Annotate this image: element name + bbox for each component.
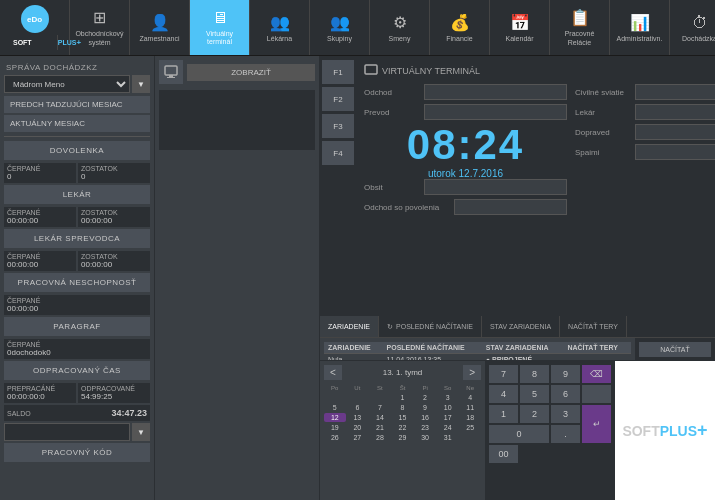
cal-day-2[interactable]: 2: [414, 393, 436, 402]
f1-key[interactable]: F1: [322, 60, 354, 84]
cal-day-empty-2[interactable]: [347, 393, 369, 402]
pracovnost-btn[interactable]: PRACOVNÁ NESCHOPNOSŤ: [4, 273, 150, 292]
obsit-input[interactable]: [424, 179, 567, 195]
num-00[interactable]: 00: [489, 445, 518, 463]
nav-financie[interactable]: 💰 Financie: [430, 0, 490, 55]
cal-day-empty-1[interactable]: [324, 393, 346, 402]
num-6[interactable]: 6: [551, 385, 580, 403]
civilne-input[interactable]: [635, 84, 715, 100]
cal-day-27[interactable]: 27: [347, 433, 369, 442]
cal-day-14[interactable]: 14: [369, 413, 391, 422]
cal-prev-btn[interactable]: <: [324, 365, 342, 380]
nav-smeny[interactable]: ⚙ Smeny: [370, 0, 430, 55]
f2-key[interactable]: F2: [322, 87, 354, 111]
lekar-input[interactable]: [635, 104, 715, 120]
cal-day-26[interactable]: 26: [324, 433, 346, 442]
cal-day-15[interactable]: 15: [392, 413, 414, 422]
num-5[interactable]: 5: [520, 385, 549, 403]
cal-day-empty-3[interactable]: [369, 393, 391, 402]
cal-day-22[interactable]: 22: [392, 423, 414, 432]
nav-zamestnanci[interactable]: 👤 Zamestnanci: [130, 0, 190, 55]
num-8[interactable]: 8: [520, 365, 549, 383]
cal-day-13[interactable]: 13: [347, 413, 369, 422]
nav-lekaren[interactable]: 👥 Lékárna: [250, 0, 310, 55]
cal-next-btn[interactable]: >: [463, 365, 481, 380]
display-btn[interactable]: ZOBRAZIŤ: [187, 64, 315, 81]
pracovny-kod-btn[interactable]: ▼: [132, 423, 150, 441]
nav-admin-label: Administrativn.: [617, 35, 663, 42]
num-7[interactable]: 7: [489, 365, 518, 383]
num-0[interactable]: 0: [489, 425, 549, 443]
prevod-input[interactable]: [424, 104, 567, 120]
num-empty-1[interactable]: [582, 385, 611, 403]
lekar-sprevodca-btn[interactable]: LEKÁR SPREVODCA: [4, 229, 150, 248]
cal-day-9[interactable]: 9: [414, 403, 436, 412]
pracovny-kod-input[interactable]: [4, 423, 130, 441]
nav-kalendar[interactable]: 📅 Kalendár: [490, 0, 550, 55]
cal-day-30[interactable]: 30: [414, 433, 436, 442]
f3-key[interactable]: F3: [322, 114, 354, 138]
nav-terminal[interactable]: 🖥 Virtuálny terminál: [190, 0, 250, 55]
cal-day-31[interactable]: 31: [437, 433, 459, 442]
dovolenka-btn[interactable]: DOVOLENKA: [4, 141, 150, 160]
cal-day-21[interactable]: 21: [369, 423, 391, 432]
prev-month-btn[interactable]: PREDCH TADZUJÚCI MESIAC: [4, 96, 150, 113]
cal-day-23[interactable]: 23: [414, 423, 436, 432]
tab-nacitat[interactable]: NAČÍTAŤ TERY: [560, 316, 627, 337]
nav-dashboard[interactable]: ⊞ Obchodníckový systém: [70, 0, 130, 55]
f4-key[interactable]: F4: [322, 141, 354, 165]
odpracovany-btn[interactable]: ODPRACOVANÝ ČAS: [4, 361, 150, 380]
num-4[interactable]: 4: [489, 385, 518, 403]
cal-day-12[interactable]: 12: [324, 413, 346, 422]
cal-day-29[interactable]: 29: [392, 433, 414, 442]
num-1[interactable]: 1: [489, 405, 518, 423]
left-panel-title: SPRÁVA DOCHÁDZKZ: [4, 60, 150, 75]
num-backspace[interactable]: ⌫: [582, 365, 611, 383]
num-3[interactable]: 3: [551, 405, 580, 423]
lekar-btn[interactable]: LEKÁR: [4, 185, 150, 204]
cal-day-3[interactable]: 3: [437, 393, 459, 402]
pracovny-kod-main-btn[interactable]: PRACOVNÝ KÓD: [4, 443, 150, 462]
cal-day-16[interactable]: 16: [414, 413, 436, 422]
cal-day-28[interactable]: 28: [369, 433, 391, 442]
cal-day-17[interactable]: 17: [437, 413, 459, 422]
tab-zariadenie[interactable]: ZARIADENIE: [320, 316, 379, 337]
nav-dochadzka[interactable]: ⏱ Dochádzka: [670, 0, 715, 55]
cal-day-24[interactable]: 24: [437, 423, 459, 432]
cal-day-19[interactable]: 19: [324, 423, 346, 432]
cal-day-20[interactable]: 20: [347, 423, 369, 432]
spaimi-input[interactable]: [635, 144, 715, 160]
cal-day-4[interactable]: 4: [459, 393, 481, 402]
select-confirm-btn[interactable]: ▼: [132, 75, 150, 93]
num-9[interactable]: 9: [551, 365, 580, 383]
employee-select[interactable]: Mádrom Meno: [4, 75, 130, 93]
nav-pracovne[interactable]: 📋 Pracovné Relácie: [550, 0, 610, 55]
cal-day-10[interactable]: 10: [437, 403, 459, 412]
terminal-top: F1 F2 F3 F4 VIRTUÁLNY TERMINÁL O: [320, 56, 715, 316]
cal-day-5[interactable]: 5: [324, 403, 346, 412]
tab-posledne[interactable]: ↻ POSLEDNÉ NAČÍTANIE: [379, 316, 482, 337]
top-navigation: eDo SOFT PLUS + ⊞ Obchodníckový systém 👤…: [0, 0, 715, 56]
paragraf-btn[interactable]: PARAGRAF: [4, 317, 150, 336]
nacitat-btn-1[interactable]: NAČÍTAŤ: [639, 342, 711, 357]
cal-day-6[interactable]: 6: [347, 403, 369, 412]
cal-day-25[interactable]: 25: [459, 423, 481, 432]
cal-day-11[interactable]: 11: [459, 403, 481, 412]
cal-day-1[interactable]: 1: [392, 393, 414, 402]
employee-photo: [159, 90, 315, 150]
nav-admin[interactable]: 📊 Administrativn.: [610, 0, 670, 55]
cal-day-empty-4[interactable]: [459, 433, 481, 442]
num-2[interactable]: 2: [520, 405, 549, 423]
dopraved-input[interactable]: [635, 124, 715, 140]
cal-day-7[interactable]: 7: [369, 403, 391, 412]
odchod-input[interactable]: [424, 84, 567, 100]
tab-stav[interactable]: STAV ZARIADENIA: [482, 316, 560, 337]
odchod-povolenia-input[interactable]: [454, 199, 567, 215]
cal-day-8[interactable]: 8: [392, 403, 414, 412]
current-month-btn[interactable]: AKTUÁLNY MESIAC: [4, 115, 150, 132]
num-dot[interactable]: .: [551, 425, 580, 443]
display-row: ZOBRAZIŤ: [159, 60, 315, 84]
nav-skupiny[interactable]: 👥 Skupiny: [310, 0, 370, 55]
cal-day-18[interactable]: 18: [459, 413, 481, 422]
num-enter[interactable]: ↵: [582, 405, 611, 443]
